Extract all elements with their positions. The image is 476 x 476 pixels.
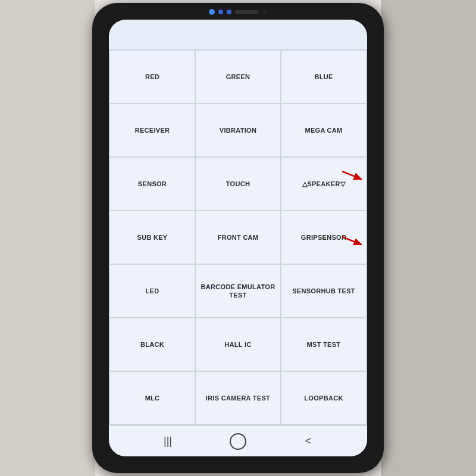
test-cell-receiver[interactable]: RECEIVER [109,104,195,157]
test-cell-label-front-cam: FRONT CAM [218,233,259,242]
test-cell-red[interactable]: RED [109,50,195,104]
scene: REDGREENBLUERECEIVERVIBRATIONMEGA CAMSEN… [0,0,476,476]
test-cell-label-gripsensor: GRIPSENSOR [301,233,346,242]
test-cell-label-mega-cam: MEGA CAM [305,126,342,134]
test-cell-label-mlc: MLC [145,394,160,402]
test-cell-hall-ic[interactable]: HALL IC [195,318,281,371]
recent-apps-button[interactable]: ||| [156,430,180,453]
test-cell-gripsensor[interactable]: GRIPSENSOR [281,211,367,264]
test-cell-green[interactable]: GREEN [195,50,281,104]
back-button[interactable]: < [296,430,320,453]
front-camera [262,10,267,14]
test-cell-touch[interactable]: TOUCH [195,157,281,211]
test-cell-sensorhub[interactable]: SENSORHUB TEST [281,264,367,318]
test-cell-sub-key[interactable]: SUB KEY [109,211,195,264]
test-cell-label-black: BLACK [140,340,164,349]
test-cell-led[interactable]: LED [109,264,195,318]
test-cell-label-barcode-emulator: BARCODE EMULATOR TEST [198,283,278,300]
test-grid: REDGREENBLUERECEIVERVIBRATIONMEGA CAMSEN… [109,49,367,425]
sensor-bar [235,10,259,14]
navigation-bar: ||| < [109,425,367,456]
test-cell-iris-camera[interactable]: IRIS CAMERA TEST [195,371,281,425]
test-cell-label-receiver: RECEIVER [135,126,170,134]
test-cell-barcode-emulator[interactable]: BARCODE EMULATOR TEST [195,264,281,318]
camera-dot-2 [218,10,223,14]
test-cell-label-vibration: VIBRATION [220,126,256,134]
test-cell-label-blue: BLUE [314,73,333,81]
background-right [381,0,476,476]
test-cell-vibration[interactable]: VIBRATION [195,104,281,157]
test-cell-label-sensorhub: SENSORHUB TEST [292,287,355,295]
test-cell-mega-cam[interactable]: MEGA CAM [281,104,367,157]
phone-top-bar [209,9,267,15]
test-cell-speaker[interactable]: △SPEAKER▽ [281,157,367,211]
test-cell-label-sub-key: SUB KEY [137,233,168,242]
test-cell-mlc[interactable]: MLC [109,371,195,425]
test-cell-blue[interactable]: BLUE [281,50,367,104]
test-cell-label-mst-test: MST TEST [307,340,341,349]
test-cell-black[interactable]: BLACK [109,318,195,371]
test-cell-label-iris-camera: IRIS CAMERA TEST [206,394,270,402]
test-cell-label-led: LED [146,287,159,295]
screen: REDGREENBLUERECEIVERVIBRATIONMEGA CAMSEN… [109,20,367,456]
test-cell-label-speaker: △SPEAKER▽ [302,180,345,188]
test-cell-label-red: RED [145,73,159,81]
test-cell-front-cam[interactable]: FRONT CAM [195,211,281,264]
camera-dot-1 [209,9,215,15]
test-cell-label-touch: TOUCH [226,180,250,188]
test-cell-label-hall-ic: HALL IC [224,340,251,349]
home-button[interactable] [226,430,250,453]
test-cell-label-green: GREEN [226,73,250,81]
camera-dot-3 [227,10,231,14]
test-cell-label-sensor: SENSOR [138,180,167,188]
test-cell-sensor[interactable]: SENSOR [109,157,195,211]
background-left [0,0,95,476]
test-cell-label-loopback: LOOPBACK [304,394,343,402]
test-cell-mst-test[interactable]: MST TEST [281,318,367,371]
home-circle [230,433,246,450]
phone: REDGREENBLUERECEIVERVIBRATIONMEGA CAMSEN… [92,3,384,473]
test-cell-loopback[interactable]: LOOPBACK [281,371,367,425]
